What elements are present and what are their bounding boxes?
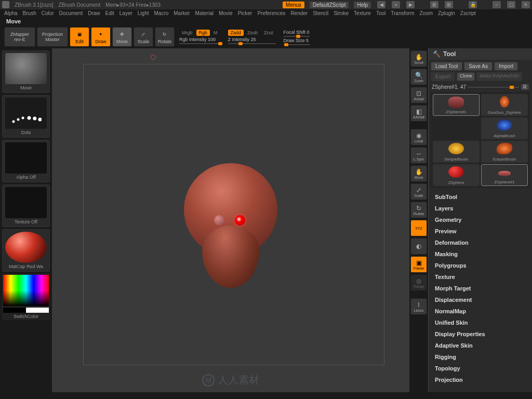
dock-right-icon[interactable]: ⊞ [445, 1, 453, 8]
tool-name-label[interactable]: ZSphere#1. 47 [432, 84, 466, 90]
alpha-thumb[interactable]: Alpha Off [2, 140, 50, 182]
section-masking[interactable]: Masking [429, 248, 532, 260]
menu-edit[interactable]: Edit [105, 10, 114, 16]
nav-right-icon[interactable]: ▶ [406, 1, 415, 8]
draw-size-label[interactable]: Draw Size 5 [284, 38, 310, 43]
dock-left-icon[interactable]: ⊞ [430, 1, 438, 8]
help-button[interactable]: Help [354, 2, 371, 8]
tool-slider[interactable] [468, 87, 519, 88]
mrgb-toggle[interactable]: Mrgb [179, 30, 195, 36]
menu-render[interactable]: Render [290, 10, 308, 16]
zsphere-model[interactable] [179, 158, 283, 283]
section-subtool[interactable]: SubTool [429, 191, 532, 203]
tool-alphabrush[interactable]: AlphaBrush [481, 117, 528, 139]
menu-zoom[interactable]: Zoom [419, 10, 433, 16]
import-button[interactable]: Import [494, 62, 518, 71]
menu-material[interactable]: Material [195, 10, 214, 16]
menu-stroke[interactable]: Stroke [334, 10, 349, 16]
color-picker[interactable]: SwitchColor [2, 274, 50, 320]
aahalf-button[interactable]: ◧AAHalf [410, 105, 427, 122]
menu-alpha[interactable]: Alpha [4, 10, 18, 16]
clone-button[interactable]: Clone [457, 72, 475, 81]
section-topology[interactable]: Topology [429, 363, 532, 374]
tool-guoguo[interactable]: GuoGuo_Zsphere [481, 94, 528, 116]
viewport[interactable]: M 人人素材 [52, 48, 409, 392]
menu-draw[interactable]: Draw [88, 10, 100, 16]
scale-view-button[interactable]: ⤢Scale [410, 183, 427, 200]
menu-document[interactable]: Document [59, 10, 83, 16]
maximize-icon[interactable]: ▢ [507, 1, 515, 8]
section-layers[interactable]: Layers [429, 203, 532, 214]
section-texture[interactable]: Texture [429, 271, 532, 283]
save-as-button[interactable]: Save As [464, 62, 493, 71]
rotate-button[interactable]: ↻Rotate [155, 27, 175, 47]
focal-shift-label[interactable]: Focal Shift 0 [284, 30, 310, 35]
section-morph-target[interactable]: Morph Target [429, 283, 532, 294]
lsym-button[interactable]: ↔L.Sym [410, 147, 427, 164]
menus-button[interactable]: Menus [283, 2, 304, 8]
close-icon[interactable]: ✕ [522, 1, 530, 8]
rotate-view-button[interactable]: ↻Rotate [410, 202, 427, 218]
local-button[interactable]: ◉Local [410, 129, 427, 145]
xyz-button[interactable]: XYZ [410, 220, 427, 236]
transp-button[interactable]: ◍Transp [410, 274, 427, 291]
edit-button[interactable]: ▣Edit [70, 27, 89, 47]
color-white-swatch[interactable] [26, 308, 49, 313]
zsub-toggle[interactable]: Zsub [245, 30, 260, 36]
color-gradient[interactable] [3, 275, 49, 306]
tool-r-button[interactable]: R [521, 84, 529, 90]
zmapper-button[interactable]: ZMapperrev-E [4, 27, 35, 47]
export-button[interactable]: Export [431, 72, 455, 81]
material-thumb[interactable]: MatCap Red Wa [2, 229, 50, 272]
color-black-swatch[interactable] [3, 308, 26, 313]
section-projection[interactable]: Projection [429, 374, 532, 385]
m-toggle[interactable]: M [211, 30, 220, 36]
projection-master-button[interactable]: ProjectionMaster [37, 27, 68, 47]
menu-texture[interactable]: Texture [354, 10, 371, 16]
section-preview[interactable]: Preview [429, 225, 532, 237]
menu-brush[interactable]: Brush [23, 10, 36, 16]
section-adaptive-skin[interactable]: Adaptive Skin [429, 340, 532, 351]
load-tool-button[interactable]: Load Tool [431, 62, 462, 71]
texture-thumb[interactable]: Texture Off [2, 184, 50, 227]
menu-preferences[interactable]: Preferences [257, 10, 285, 16]
menu-zplugin[interactable]: Zplugin [438, 10, 455, 16]
lock-icon[interactable]: 🔒 [469, 1, 477, 8]
make-polymesh-button[interactable]: Make PolyMesh3D [476, 72, 522, 81]
section-display-properties[interactable]: Display Properties [429, 328, 532, 340]
menu-transform[interactable]: Transform [391, 10, 414, 16]
zcut-toggle[interactable]: Zcut [261, 30, 276, 36]
nav-left-icon[interactable]: ◀ [377, 1, 385, 8]
z-intensity-slider[interactable] [228, 43, 276, 44]
nav-stripes-icon[interactable]: ≡ [392, 1, 400, 8]
persp-button[interactable]: ◐ [410, 238, 427, 255]
menu-light[interactable]: Light [138, 10, 149, 16]
zscript-button[interactable]: DefaultZScript [310, 2, 349, 8]
z-intensity-label[interactable]: Z Intensity 25 [228, 37, 276, 42]
stroke-thumb[interactable]: Dots [2, 95, 50, 138]
minimize-icon[interactable]: – [493, 1, 501, 8]
zoom-button[interactable]: 🔍Zoom [410, 69, 427, 85]
section-rigging[interactable]: Rigging [429, 351, 532, 363]
menu-picker[interactable]: Picker [238, 10, 252, 16]
menu-movie[interactable]: Movie [219, 10, 233, 16]
menu-layer[interactable]: Layer [119, 10, 132, 16]
tool-zsphere1b[interactable]: ZSphere#1 [481, 164, 528, 186]
section-normalmap[interactable]: NormalMap [429, 305, 532, 317]
tool-zsphere[interactable]: ZSphere [433, 164, 480, 186]
move-view-button[interactable]: ✋Move [410, 165, 427, 182]
section-deformation[interactable]: Deformation [429, 237, 532, 248]
frame-button[interactable]: ▣Frame [410, 256, 427, 273]
tool-eraserbrush[interactable]: EraserBrush [481, 141, 528, 163]
rgb-toggle[interactable]: Rgb [196, 30, 210, 36]
menu-color[interactable]: Color [42, 10, 54, 16]
zadd-toggle[interactable]: Zadd [228, 30, 244, 36]
menu-marker[interactable]: Marker [174, 10, 190, 16]
switch-color-button[interactable]: SwitchColor [3, 314, 49, 319]
brush-thumb[interactable]: Move [2, 50, 50, 93]
section-geometry[interactable]: Geometry [429, 214, 532, 225]
scale-button[interactable]: ⤢Scale [134, 27, 153, 47]
menu-tool[interactable]: Tool [376, 10, 385, 16]
lasso-button[interactable]: ⌇Lasso [410, 298, 427, 315]
tool-simplebrush[interactable]: SimpleBrush [433, 141, 480, 163]
